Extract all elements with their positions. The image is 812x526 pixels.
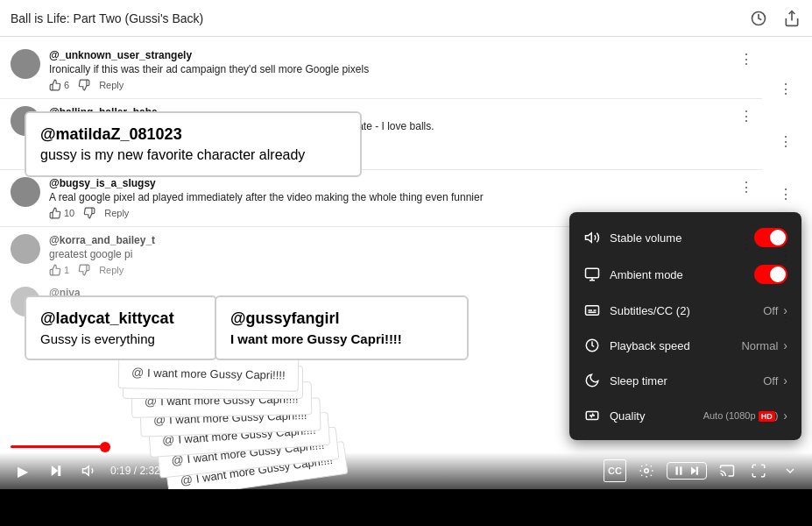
- like-count-c3: 10: [64, 208, 74, 218]
- reply-btn-c1[interactable]: Reply: [99, 80, 124, 90]
- share-icon[interactable]: [782, 9, 801, 28]
- svg-rect-17: [680, 466, 681, 474]
- settings-stable-volume[interactable]: Stable volume: [569, 219, 801, 256]
- more-options-button[interactable]: [779, 459, 801, 482]
- comment-actions-c1: 6 Reply: [49, 79, 752, 91]
- gussy-stack-2: @ I want more Gussy Capri!!!!: [118, 355, 299, 392]
- settings-ambient-left: Ambient mode: [583, 266, 683, 283]
- subtitles-value: Off: [763, 304, 778, 317]
- skip-button[interactable]: [44, 458, 68, 483]
- speed-right: Normal ›: [741, 338, 787, 352]
- featured-text-2: Gussy is everything: [40, 331, 201, 346]
- svg-point-15: [645, 469, 649, 473]
- stacked-cards-area: @ I want more Gussy Capri!!!! @ I want m…: [114, 348, 552, 489]
- comment-body-c1: @_unknown_user_strangely Ironically if t…: [49, 49, 752, 91]
- title-bar: Ball is Life: Part Two (Gussi's Back): [0, 0, 812, 37]
- like-c1[interactable]: 6: [49, 79, 69, 91]
- more-dots-r2[interactable]: ⋮: [779, 133, 793, 150]
- svg-marker-14: [83, 466, 89, 476]
- video-area: @_unknown_user_strangely Ironically if t…: [0, 37, 812, 489]
- settings-quality[interactable]: Quality Auto (1080p HD) ›: [569, 398, 801, 433]
- comment-username-c3: @bugsy_is_a_slugsy: [49, 177, 752, 189]
- subtitles-chevron: ›: [783, 303, 787, 317]
- comment-row-1: @_unknown_user_strangely Ironically if t…: [0, 44, 762, 96]
- sleep-right: Off ›: [763, 373, 787, 387]
- more-dots-r3[interactable]: ⋮: [779, 186, 793, 203]
- settings-ambient-mode[interactable]: Ambient mode: [569, 256, 801, 293]
- svg-marker-2: [586, 233, 592, 243]
- stable-volume-icon: [583, 229, 601, 246]
- settings-speed-left: Playback speed: [583, 337, 690, 354]
- quality-chevron: ›: [783, 409, 787, 423]
- svg-rect-16: [676, 466, 678, 474]
- more-btn-c2[interactable]: ⋮: [739, 108, 753, 124]
- subtitles-right: Off ›: [763, 303, 787, 317]
- more-dots-r1[interactable]: ⋮: [779, 81, 793, 97]
- volume-button[interactable]: [77, 458, 102, 483]
- settings-playback-speed[interactable]: Playback speed Normal ›: [569, 328, 801, 363]
- settings-subtitles[interactable]: Subtitles/CC (2) Off ›: [569, 293, 801, 328]
- settings-panel: Stable volume Ambient mode: [569, 212, 801, 440]
- ambient-mode-label: Ambient mode: [610, 268, 683, 281]
- dislike-c1[interactable]: [78, 79, 90, 91]
- quality-right: Auto (1080p HD) ›: [703, 409, 787, 423]
- more-btn-c1[interactable]: ⋮: [739, 51, 753, 68]
- playback-speed-icon: [583, 337, 601, 354]
- fullscreen-button[interactable]: [747, 459, 770, 482]
- stable-volume-right: [754, 228, 787, 247]
- video-title: Ball is Life: Part Two (Gussi's Back): [11, 11, 203, 25]
- featured-card-ladycat: @ladycat_kittycat Gussy is everything: [25, 295, 217, 360]
- more-btn-c3[interactable]: ⋮: [739, 179, 753, 195]
- svg-rect-13: [58, 466, 60, 476]
- stable-volume-label: Stable volume: [610, 231, 681, 245]
- settings-sleep-timer[interactable]: Sleep timer Off ›: [569, 363, 801, 398]
- title-icons: [749, 9, 801, 28]
- featured-card-matilda: @matildaZ_081023 gussy is my new favorit…: [25, 111, 362, 177]
- progress-thumb[interactable]: [100, 442, 110, 452]
- cast-button[interactable]: [716, 459, 738, 482]
- subtitles-icon: [583, 302, 601, 319]
- sleep-timer-label: Sleep timer: [610, 374, 667, 387]
- featured-username-3: @gussyfangirl: [230, 309, 453, 328]
- reply-btn-c4[interactable]: Reply: [99, 265, 124, 275]
- featured-text-1: gussy is my new favorite character alrea…: [40, 147, 346, 163]
- avatar-c1: [11, 49, 40, 79]
- quality-value: Auto (1080p HD): [703, 410, 779, 421]
- sleep-timer-icon: [583, 372, 601, 389]
- reply-btn-c3[interactable]: Reply: [104, 208, 129, 218]
- comment-username-c1: @_unknown_user_strangely: [49, 49, 752, 61]
- svg-marker-12: [52, 466, 59, 476]
- subtitles-label: Subtitles/CC (2): [610, 304, 690, 317]
- like-c3[interactable]: 10: [49, 207, 74, 219]
- svg-marker-18: [691, 466, 696, 474]
- like-count-c1: 6: [64, 80, 69, 90]
- settings-quality-left: Quality: [583, 407, 645, 424]
- settings-sleep-left: Sleep timer: [583, 372, 667, 389]
- featured-username-2: @ladycat_kittycat: [40, 309, 201, 328]
- like-c4[interactable]: 1: [49, 264, 69, 276]
- settings-stable-volume-left: Stable volume: [583, 229, 681, 246]
- featured-card-gussy: @gussyfangirl I want more Gussy Capri!!!…: [215, 295, 469, 360]
- dislike-c4[interactable]: [78, 264, 90, 276]
- speed-chevron: ›: [783, 338, 787, 352]
- sleep-chevron: ›: [783, 373, 787, 387]
- miniplayer-controls[interactable]: [667, 462, 707, 480]
- quality-icon: [583, 407, 601, 424]
- settings-subtitles-left: Subtitles/CC (2): [583, 302, 690, 319]
- play-button[interactable]: ▶: [11, 458, 35, 483]
- captions-button[interactable]: CC: [604, 459, 626, 482]
- ambient-mode-toggle[interactable]: [754, 265, 787, 284]
- avatar-c3: [11, 177, 40, 207]
- settings-button[interactable]: [635, 459, 658, 482]
- avatar-c4: [11, 234, 40, 264]
- featured-text-3: I want more Gussy Capri!!!!: [230, 331, 453, 346]
- comment-text-c1: Ironically if this was their ad campaign…: [49, 63, 752, 75]
- ambient-mode-icon: [583, 266, 601, 283]
- stable-volume-toggle[interactable]: [754, 228, 787, 247]
- svg-rect-19: [696, 466, 698, 474]
- sleep-timer-value: Off: [763, 374, 778, 387]
- playback-speed-value: Normal: [741, 339, 778, 352]
- svg-rect-3: [586, 268, 599, 278]
- watch-later-icon[interactable]: [749, 9, 768, 28]
- dislike-c3[interactable]: [83, 207, 95, 219]
